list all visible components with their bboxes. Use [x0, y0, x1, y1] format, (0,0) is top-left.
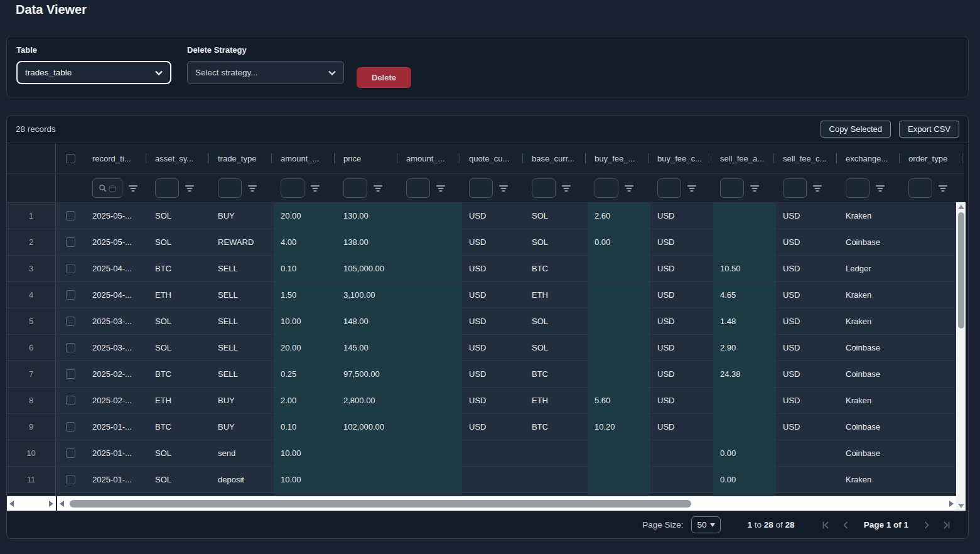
cell[interactable] [902, 282, 964, 308]
cell[interactable]: 20.00 [274, 335, 337, 361]
cell[interactable]: SELL [211, 282, 274, 308]
cell[interactable] [902, 308, 964, 334]
cell[interactable]: 10.00 [274, 308, 337, 334]
last-page-button[interactable] [941, 519, 952, 531]
row-checkbox[interactable] [66, 422, 75, 432]
cell[interactable]: 0.00 [713, 440, 776, 466]
cell[interactable]: SELL [211, 256, 274, 281]
cell[interactable]: Kraken [839, 308, 902, 334]
cell[interactable]: 2,800.00 [337, 388, 399, 413]
cell[interactable] [588, 467, 650, 492]
cell[interactable] [588, 282, 650, 308]
cell[interactable]: 2.00 [274, 388, 337, 413]
cell[interactable]: USD [776, 308, 839, 334]
cell[interactable]: USD [650, 203, 713, 229]
column-header-record_ti[interactable]: record_ti... [85, 143, 148, 173]
scroll-left-arrow-icon[interactable] [60, 501, 64, 507]
column-header-quote_cu[interactable]: quote_cu... [462, 143, 525, 173]
cell[interactable]: USD [776, 335, 839, 361]
cell[interactable]: 2025-01-... [85, 414, 148, 440]
column-header-amount_[interactable]: amount_... [274, 143, 337, 173]
column-header-price[interactable]: price [337, 143, 399, 173]
pinned-horizontal-scrollbar[interactable] [7, 496, 56, 511]
filter-menu-button[interactable] [687, 185, 696, 192]
cell[interactable]: 0.10 [274, 414, 337, 440]
cell[interactable]: ETH [148, 388, 211, 413]
cell[interactable]: 20.00 [274, 203, 337, 229]
cell[interactable]: USD [462, 282, 525, 308]
column-header-order_type[interactable]: order_type [902, 143, 964, 173]
filter-input-base_curr[interactable] [532, 178, 556, 198]
cell[interactable] [902, 229, 964, 255]
cell[interactable]: 0.00 [713, 467, 776, 492]
row-checkbox[interactable] [66, 448, 75, 458]
cell[interactable] [399, 361, 462, 387]
filter-menu-button[interactable] [436, 185, 445, 192]
cell[interactable]: deposit [211, 467, 274, 492]
filter-input-exchange[interactable] [846, 178, 870, 198]
cell[interactable] [713, 414, 776, 440]
cell[interactable]: 2025-01-... [85, 440, 148, 466]
cell[interactable] [588, 308, 650, 334]
column-header-sell_fee_c[interactable]: sell_fee_c... [776, 143, 839, 173]
cell[interactable]: 4.00 [274, 229, 337, 255]
cell[interactable] [776, 467, 839, 492]
cell[interactable]: Coinbase [839, 229, 902, 255]
cell[interactable] [525, 440, 588, 466]
cell[interactable]: USD [462, 361, 525, 387]
cell[interactable]: 2025-03-... [85, 335, 148, 361]
cell[interactable] [713, 203, 776, 229]
cell[interactable]: BTC [525, 361, 588, 387]
filter-input-amount_[interactable] [281, 178, 304, 198]
cell[interactable]: 10.20 [588, 414, 650, 440]
cell[interactable]: ETH [148, 282, 211, 308]
cell[interactable] [399, 256, 462, 281]
cell[interactable]: 2025-04-... [85, 256, 148, 281]
cell[interactable]: 4.65 [713, 282, 776, 308]
cell[interactable]: USD [462, 388, 525, 413]
column-header-amount_[interactable]: amount_... [399, 143, 462, 173]
filter-input-buy_fee_[interactable] [595, 178, 618, 198]
cell[interactable] [399, 467, 462, 492]
scroll-left-arrow-icon[interactable] [9, 501, 14, 507]
cell[interactable]: 148.00 [337, 308, 399, 334]
column-header-asset_sy[interactable]: asset_sy... [148, 143, 211, 173]
filter-menu-button[interactable] [813, 185, 822, 192]
row-checkbox[interactable] [66, 237, 75, 247]
cell[interactable]: USD [650, 388, 713, 413]
cell[interactable]: USD [776, 282, 839, 308]
cell[interactable] [902, 440, 964, 466]
cell[interactable]: 1.48 [713, 308, 776, 334]
cell[interactable]: 2025-05-... [85, 203, 148, 229]
cell[interactable] [337, 440, 399, 466]
export-csv-button[interactable]: Export CSV [899, 121, 959, 138]
cell[interactable]: USD [462, 308, 525, 334]
column-header-trade_type[interactable]: trade_type [211, 143, 274, 173]
filter-menu-button[interactable] [939, 185, 947, 192]
cell[interactable]: SELL [211, 335, 274, 361]
cell[interactable]: SOL [525, 335, 588, 361]
cell[interactable]: Coinbase [839, 361, 902, 387]
cell[interactable]: BTC [148, 361, 211, 387]
cell[interactable]: Kraken [839, 282, 902, 308]
cell[interactable] [399, 229, 462, 255]
cell[interactable]: USD [650, 335, 713, 361]
cell[interactable] [399, 335, 462, 361]
cell[interactable]: 97,500.00 [337, 361, 399, 387]
cell[interactable]: BUY [211, 414, 274, 440]
vertical-scrollbar-thumb[interactable] [958, 212, 964, 329]
cell[interactable]: USD [462, 203, 525, 229]
row-checkbox[interactable] [66, 369, 75, 379]
scroll-right-arrow-icon[interactable] [49, 501, 53, 507]
cell[interactable] [902, 414, 964, 440]
cell[interactable]: SOL [148, 467, 211, 492]
cell[interactable]: 2.60 [588, 203, 650, 229]
cell[interactable]: 24.38 [713, 361, 776, 387]
delete-button[interactable]: Delete [357, 67, 411, 88]
cell[interactable]: USD [650, 282, 713, 308]
column-header-exchange[interactable]: exchange... [839, 143, 902, 173]
cell[interactable]: Kraken [839, 388, 902, 413]
column-header-sell_fee_a[interactable]: sell_fee_a... [713, 143, 776, 173]
column-header-buy_fee_c[interactable]: buy_fee_c... [650, 143, 713, 173]
cell[interactable] [902, 335, 964, 361]
